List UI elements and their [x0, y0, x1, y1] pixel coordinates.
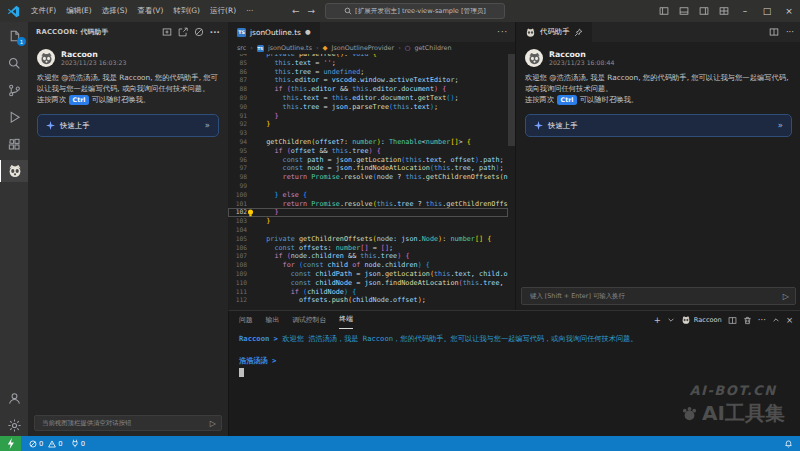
code-line[interactable]: 103 } [228, 217, 508, 226]
split-terminal-icon[interactable] [728, 316, 737, 325]
problems-status[interactable]: 0 0 [29, 440, 63, 448]
code-line[interactable]: 112 offsets.push(childNode.offset); [228, 296, 508, 305]
breadcrumb-method[interactable]: getChildren [414, 44, 451, 52]
code-line[interactable]: 88 if (this.editor && this.editor.docume… [228, 85, 508, 94]
new-terminal-icon[interactable]: + [654, 315, 661, 325]
maximize-button[interactable]: □ [756, 0, 778, 22]
extensions-icon[interactable] [0, 133, 28, 155]
terminal-dropdown-icon[interactable] [667, 316, 675, 324]
menu-run[interactable]: 运行(R) [205, 6, 241, 16]
menu-goto[interactable]: 转到(G) [168, 6, 205, 16]
tab-problems[interactable]: 问题 [239, 311, 253, 328]
source-control-icon[interactable] [0, 79, 28, 101]
remote-indicator[interactable] [0, 436, 21, 451]
terminal-profile[interactable]: Raccoon [681, 315, 722, 325]
notifications-bell-icon[interactable] [784, 439, 793, 448]
menu-more[interactable]: ··· [241, 6, 258, 16]
share-icon[interactable] [178, 27, 188, 37]
tab-code-assistant[interactable]: 代码助手 [516, 22, 592, 42]
code-line[interactable]: 111 if (childNode) { [228, 288, 508, 297]
editor-more-actions-icon[interactable]: ··· [497, 28, 515, 37]
terminal-output[interactable]: Raccoon > 欢迎您 浩浩汤汤，我是 Raccoon，您的代码助手。您可以… [229, 328, 800, 382]
code-line[interactable]: 105 private getChildrenOffsets(node: jso… [228, 235, 508, 244]
breadcrumb-class[interactable]: JsonOutlineProvider [332, 44, 395, 52]
code-line[interactable]: 102 } [228, 208, 508, 217]
toggle-secondary-sidebar-icon[interactable] [694, 6, 714, 16]
editor-scrollbar[interactable] [508, 54, 515, 310]
menu-edit[interactable]: 编辑(E) [61, 6, 97, 16]
tab-terminal[interactable]: 终端 [339, 311, 353, 329]
ports-status[interactable]: 0 [71, 439, 85, 448]
code-line[interactable]: 100 } else { [228, 191, 508, 200]
code-line[interactable]: 109 const childPath = json.getLocation(t… [228, 270, 508, 279]
code-line[interactable]: 86 this.tree = undefined; [228, 68, 508, 77]
code-line[interactable]: 97 const node = json.findNodeAtLocation(… [228, 164, 508, 173]
code-line[interactable]: 104 [228, 226, 508, 235]
run-debug-icon[interactable] [0, 106, 28, 128]
sidebar-chat-inputbox[interactable]: ▷ [34, 415, 222, 431]
assistant-chat-input[interactable] [528, 291, 783, 301]
sidebar-chat-input[interactable] [40, 418, 210, 428]
code-line[interactable]: 107 if (node.children && this.tree) { [228, 252, 508, 261]
raccoon-sidebar: RACCOON: 代码助手 ··· Raccoon 2023/11/23 16:… [28, 22, 229, 436]
code-line[interactable]: 90 this.tree = json.parseTree(this.text)… [228, 103, 508, 112]
code-line[interactable]: 94 getChildren(offset?: number): Thenabl… [228, 138, 508, 147]
code-line[interactable]: 91 } [228, 112, 508, 121]
scrollbar-thumb[interactable] [508, 54, 515, 146]
code-line[interactable]: 93 [228, 129, 508, 138]
code-line[interactable]: 110 const childNode = json.findNodeAtLoc… [228, 279, 508, 288]
command-center-search[interactable]: [扩展开发宿主] tree-view-sample [管理员] [325, 3, 505, 19]
code-line[interactable]: 89 this.text = this.editor.document.getT… [228, 94, 508, 103]
forward-arrow-icon[interactable]: → [308, 6, 316, 16]
close-panel-icon[interactable]: × [786, 315, 793, 325]
manage-gear-icon[interactable] [0, 414, 28, 436]
menu-selection[interactable]: 选择(S) [97, 6, 133, 16]
new-chat-icon[interactable] [162, 27, 172, 37]
code-line[interactable]: 87 this.editor = vscode.window.activeTex… [228, 76, 508, 85]
raccoon-extension-icon[interactable] [0, 160, 29, 182]
code-line[interactable]: 99 [228, 182, 508, 191]
menu-view[interactable]: 查看(V) [132, 6, 168, 16]
clear-chat-icon[interactable] [194, 27, 204, 37]
breadcrumb-file[interactable]: jsonOutline.ts [268, 44, 312, 52]
ctrl-keycap: Ctrl [69, 95, 90, 105]
customize-layout-icon[interactable] [714, 6, 734, 16]
pin-icon[interactable] [574, 28, 583, 37]
line-number: 99 [228, 182, 255, 191]
tab-debug-console[interactable]: 调试控制台 [292, 311, 326, 328]
explorer-icon[interactable]: 1 [0, 25, 28, 47]
code-line[interactable]: 96 const path = json.getLocation(this.te… [228, 156, 508, 165]
breadcrumb-src[interactable]: src [237, 44, 246, 52]
more-actions-icon[interactable]: ··· [210, 27, 220, 37]
code-line[interactable]: 108 for (const child of node.children) { [228, 261, 508, 270]
panel-more-actions-icon[interactable]: ··· [786, 27, 794, 37]
tab-output[interactable]: 输出 [266, 311, 280, 328]
split-editor-icon[interactable] [769, 27, 779, 37]
code-line[interactable]: 85 this.text = ''; [228, 59, 508, 68]
code-line[interactable]: 106 const offsets: number[] = []; [228, 244, 508, 253]
toggle-sidebar-icon[interactable] [654, 6, 674, 16]
code-line[interactable]: 101 return Promise.resolve(this.tree ? t… [228, 200, 508, 209]
code-line[interactable]: 98 return Promise.resolve(node ? this.ge… [228, 173, 508, 182]
panel-more-actions-icon[interactable]: ··· [758, 315, 766, 325]
toggle-panel-icon[interactable] [674, 6, 694, 16]
tab-jsonoutline[interactable]: TS jsonOutline.ts ● [228, 22, 320, 42]
menu-file[interactable]: 文件(F) [26, 6, 61, 16]
search-sidebar-icon[interactable] [0, 52, 28, 74]
send-icon[interactable]: ▷ [210, 419, 216, 428]
quickstart-button[interactable]: 快速上手 » [525, 114, 792, 137]
kill-terminal-trash-icon[interactable] [743, 316, 752, 325]
code-line[interactable]: 95 if (offset && this.tree) { [228, 147, 508, 156]
minimize-button[interactable]: – [734, 0, 756, 22]
modified-dot-icon[interactable]: ● [305, 28, 311, 36]
quickstart-button[interactable]: 快速上手 » [37, 114, 219, 137]
send-icon[interactable]: ▷ [783, 292, 789, 301]
back-arrow-icon[interactable]: ← [292, 6, 300, 16]
assistant-chat-inputbox[interactable]: ▷ [521, 287, 796, 305]
accounts-icon[interactable] [0, 387, 28, 409]
lightbulb-icon[interactable] [247, 209, 254, 217]
code-line[interactable]: 92 } [228, 120, 508, 129]
close-button[interactable]: × [778, 0, 800, 22]
maximize-panel-icon[interactable] [772, 316, 780, 324]
code-editor[interactable]: 84 private parseTree(): void {85 this.te… [228, 54, 508, 310]
